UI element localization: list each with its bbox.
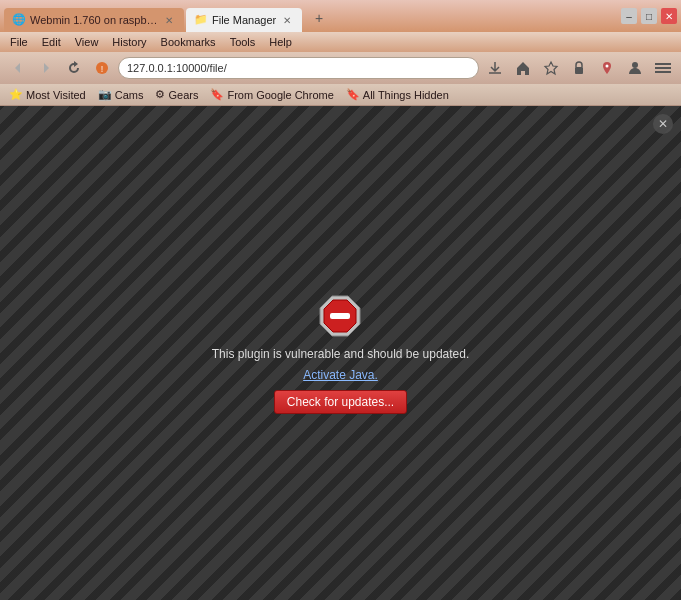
stop-sign-icon (316, 292, 364, 340)
browser-window: 🌐 Webmin 1.760 on raspberr... ✕ 📁 File M… (0, 0, 681, 600)
svg-text:!: ! (101, 64, 104, 74)
cams-icon: 📷 (98, 88, 112, 101)
url-bar[interactable] (118, 57, 479, 79)
bookmark-most-visited[interactable]: ⭐ Most Visited (6, 87, 89, 102)
menu-bookmarks[interactable]: Bookmarks (155, 35, 222, 49)
svg-marker-2 (545, 62, 557, 74)
bookmark-cams[interactable]: 📷 Cams (95, 87, 147, 102)
new-tab-button[interactable]: + (308, 7, 330, 29)
page-content: ✕ This plugin is vulnerable and should b (0, 106, 681, 600)
menu-history[interactable]: History (106, 35, 152, 49)
gears-icon: ⚙ (155, 88, 165, 101)
tab-filemanager[interactable]: 📁 File Manager ✕ (186, 8, 302, 32)
menu-tools[interactable]: Tools (224, 35, 262, 49)
lock-button[interactable] (567, 56, 591, 80)
minimize-button[interactable]: – (621, 8, 637, 24)
svg-rect-8 (655, 71, 671, 73)
bookmarks-bar: ⭐ Most Visited 📷 Cams ⚙ Gears 🔖 From Goo… (0, 84, 681, 106)
svg-rect-3 (575, 67, 583, 74)
tab-filemanager-favicon: 📁 (194, 13, 208, 27)
bookmark-all-things-hidden-label: All Things Hidden (363, 89, 449, 101)
tab-webmin-label: Webmin 1.760 on raspberr... (30, 14, 158, 26)
tab-webmin-close[interactable]: ✕ (162, 13, 176, 27)
svg-point-5 (632, 62, 638, 68)
bookmark-gears[interactable]: ⚙ Gears (152, 87, 201, 102)
bookmark-all-things-hidden[interactable]: 🔖 All Things Hidden (343, 87, 452, 102)
menu-button[interactable] (651, 56, 675, 80)
bookmark-gears-label: Gears (168, 89, 198, 101)
tab-webmin[interactable]: 🌐 Webmin 1.760 on raspberr... ✕ (4, 8, 184, 32)
menu-edit[interactable]: Edit (36, 35, 67, 49)
toolbar: ! (0, 52, 681, 84)
home-button[interactable] (511, 56, 535, 80)
plugin-message: This plugin is vulnerable and should be … (212, 346, 470, 363)
maximize-button[interactable]: □ (641, 8, 657, 24)
location-button[interactable] (595, 56, 619, 80)
profile-button[interactable] (623, 56, 647, 80)
reload-button[interactable] (62, 56, 86, 80)
tab-filemanager-close[interactable]: ✕ (280, 13, 294, 27)
svg-point-4 (606, 65, 609, 68)
forward-button[interactable] (34, 56, 58, 80)
close-button[interactable]: ✕ (661, 8, 677, 24)
back-button[interactable] (6, 56, 30, 80)
bookmark-google-chrome[interactable]: 🔖 From Google Chrome (207, 87, 336, 102)
tab-filemanager-label: File Manager (212, 14, 276, 26)
menu-file[interactable]: File (4, 35, 34, 49)
titlebar: 🌐 Webmin 1.760 on raspberr... ✕ 📁 File M… (0, 0, 681, 32)
url-input[interactable] (127, 62, 470, 74)
bookmark-star-button[interactable] (539, 56, 563, 80)
svg-rect-6 (655, 63, 671, 65)
most-visited-icon: ⭐ (9, 88, 23, 101)
window-controls: – □ ✕ (621, 8, 677, 24)
tab-webmin-favicon: 🌐 (12, 13, 26, 27)
tab-bar: 🌐 Webmin 1.760 on raspberr... ✕ 📁 File M… (4, 0, 615, 32)
menubar: File Edit View History Bookmarks Tools H… (0, 32, 681, 52)
bookmark-cams-label: Cams (115, 89, 144, 101)
bookmark-google-chrome-label: From Google Chrome (227, 89, 333, 101)
menu-view[interactable]: View (69, 35, 105, 49)
activate-java-link[interactable]: Activate Java. (303, 368, 378, 382)
plugin-overlay: This plugin is vulnerable and should be … (0, 106, 681, 600)
check-updates-button[interactable]: Check for updates... (274, 390, 407, 414)
menu-help[interactable]: Help (263, 35, 298, 49)
plugin-blocked-box: This plugin is vulnerable and should be … (212, 292, 470, 415)
google-chrome-icon: 🔖 (210, 88, 224, 101)
security-icon[interactable]: ! (90, 56, 114, 80)
svg-rect-7 (655, 67, 671, 69)
all-things-hidden-icon: 🔖 (346, 88, 360, 101)
download-button[interactable] (483, 56, 507, 80)
bookmark-most-visited-label: Most Visited (26, 89, 86, 101)
svg-rect-11 (330, 313, 350, 319)
